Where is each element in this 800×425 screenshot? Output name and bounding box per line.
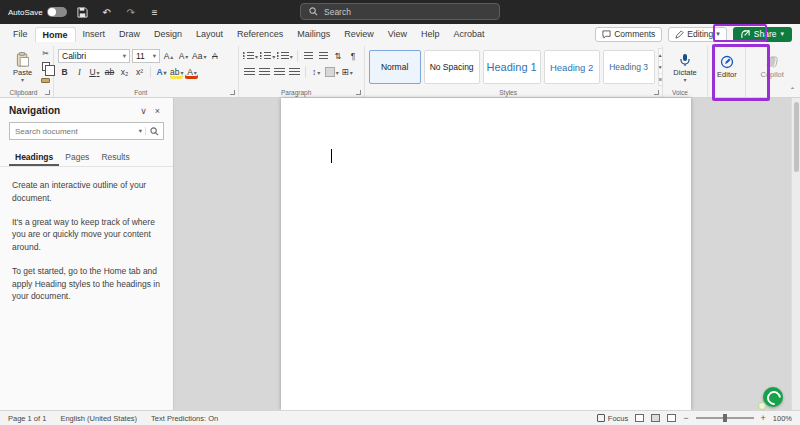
nav-tab-results[interactable]: Results (95, 149, 135, 166)
style-heading-1[interactable]: Heading 1 (483, 50, 541, 84)
subscript-button[interactable]: x₂ (118, 65, 131, 79)
zoom-slider-thumb[interactable] (723, 414, 727, 422)
read-mode-button[interactable] (635, 414, 644, 422)
font-dialog-launcher[interactable] (230, 90, 235, 95)
dictate-button[interactable]: Dictate ▾ (667, 48, 704, 86)
navigation-search-button[interactable] (146, 127, 163, 136)
font-name-combo[interactable]: Calibri ▾ (58, 49, 130, 63)
superscript-button[interactable]: x² (133, 65, 146, 79)
tab-draw[interactable]: Draw (112, 27, 147, 41)
tab-help[interactable]: Help (414, 27, 447, 41)
autosave-control: AutoSave (8, 7, 67, 17)
focus-mode-button[interactable]: Focus (597, 414, 628, 423)
decrease-indent-button[interactable] (302, 49, 315, 63)
line-spacing-button[interactable]: ↕▾ (310, 65, 323, 79)
copy-button[interactable] (39, 61, 52, 72)
tab-layout[interactable]: Layout (189, 27, 230, 41)
numbering-button[interactable]: ▾ (260, 49, 275, 63)
text-highlight-button[interactable]: ab▾ (170, 65, 183, 79)
style-normal[interactable]: Normal (369, 50, 421, 84)
tab-review[interactable]: Review (337, 27, 381, 41)
cut-button[interactable]: ✂ (39, 48, 52, 59)
bold-button[interactable]: B (58, 65, 71, 79)
divider (150, 66, 151, 78)
clipboard-small-buttons: ✂ (37, 48, 52, 86)
clipboard-dialog-launcher[interactable] (45, 90, 50, 95)
styles-dialog-launcher[interactable] (654, 90, 659, 95)
share-button[interactable]: Share ▾ (733, 27, 792, 42)
tab-references[interactable]: References (230, 27, 290, 41)
align-right-button[interactable] (273, 65, 286, 79)
paste-button[interactable]: Paste ▾ (8, 48, 37, 86)
titlebar-search[interactable]: Search (300, 3, 500, 20)
change-case-button[interactable]: Aa▾ (192, 49, 206, 63)
nav-tab-pages[interactable]: Pages (59, 149, 95, 166)
zoom-in-button[interactable]: + (761, 414, 766, 422)
shading-button[interactable]: ▾ (325, 65, 339, 79)
tab-home[interactable]: Home (35, 27, 76, 42)
strikethrough-button[interactable]: ab (103, 65, 116, 79)
style-no-spacing[interactable]: No Spacing (424, 50, 480, 84)
bullets-button[interactable]: ▾ (243, 49, 258, 63)
borders-button[interactable]: ⊞▾ (341, 65, 354, 79)
vertical-scrollbar[interactable] (791, 98, 800, 410)
comments-button[interactable]: Comments (595, 27, 662, 42)
undo-button[interactable]: ↶ (99, 4, 115, 20)
text-predictions-indicator[interactable]: Text Predictions: On (151, 414, 218, 423)
align-left-icon (244, 68, 255, 77)
tab-acrobat[interactable]: Acrobat (447, 27, 492, 41)
font-color-button[interactable]: A▾ (185, 65, 198, 79)
increase-indent-button[interactable] (317, 49, 330, 63)
font-group-label: Font (54, 89, 228, 96)
tab-mailings[interactable]: Mailings (290, 27, 337, 41)
navigation-search-options[interactable]: ▾ (136, 127, 146, 135)
collapse-ribbon-button[interactable]: ˆ (791, 87, 794, 95)
underline-button[interactable]: U▾ (88, 65, 101, 79)
page-indicator[interactable]: Page 1 of 1 (8, 414, 46, 423)
lightbulb-badge-icon (758, 402, 766, 410)
underline-icon: U (89, 67, 95, 77)
align-center-button[interactable] (258, 65, 271, 79)
nav-tab-headings[interactable]: Headings (9, 149, 59, 166)
copilot-button[interactable]: Copilot (750, 48, 794, 86)
paragraph-dialog-launcher[interactable] (356, 90, 361, 95)
style-heading-2[interactable]: Heading 2 (544, 50, 600, 84)
clear-formatting-button[interactable]: A (208, 49, 221, 63)
editing-mode-button[interactable]: Editing ▾ (668, 27, 727, 42)
justify-button[interactable] (288, 65, 301, 79)
grammarly-button[interactable] (761, 387, 783, 409)
font-size-combo[interactable]: 11 ▾ (132, 49, 160, 63)
styles-scroll-up[interactable]: ▴ (659, 49, 662, 61)
tab-design[interactable]: Design (147, 27, 189, 41)
language-indicator[interactable]: English (United States) (60, 414, 137, 423)
chevron-down-icon: ▾ (164, 69, 167, 76)
document-page[interactable] (281, 98, 691, 410)
show-formatting-button[interactable]: ¶ (347, 49, 360, 63)
autosave-toggle[interactable] (47, 7, 67, 17)
italic-button[interactable]: I (73, 65, 86, 79)
tab-file[interactable]: File (6, 27, 35, 41)
zoom-slider[interactable] (696, 417, 754, 419)
navigation-search-input[interactable] (10, 127, 136, 136)
zoom-level[interactable]: 100% (773, 414, 792, 423)
style-heading-3[interactable]: Heading 3 (603, 50, 655, 84)
tab-view[interactable]: View (381, 27, 414, 41)
styles-scroll-down[interactable]: ▾ (659, 61, 662, 73)
shrink-font-button[interactable]: A▾ (177, 49, 190, 63)
multilevel-list-button[interactable]: ▾ (277, 49, 292, 63)
text-effects-button[interactable]: A▾ (155, 65, 168, 79)
tab-insert[interactable]: Insert (76, 27, 113, 41)
sort-button[interactable]: ⇅ (332, 49, 345, 63)
save-icon[interactable] (75, 4, 91, 20)
navigation-close-button[interactable]: × (151, 106, 164, 116)
styles-gallery-expand[interactable]: ≡ (659, 74, 662, 85)
redo-button[interactable]: ↷ (123, 4, 139, 20)
print-layout-button[interactable] (651, 414, 660, 422)
zoom-out-button[interactable]: − (683, 414, 688, 422)
align-left-button[interactable] (243, 65, 256, 79)
quick-access-menu-button[interactable]: ≡ (147, 4, 163, 20)
grow-font-button[interactable]: A▴ (162, 49, 175, 63)
editor-button[interactable]: Editor (712, 48, 741, 86)
navigation-options-button[interactable]: ∨ (136, 106, 151, 116)
web-layout-button[interactable] (667, 414, 676, 422)
